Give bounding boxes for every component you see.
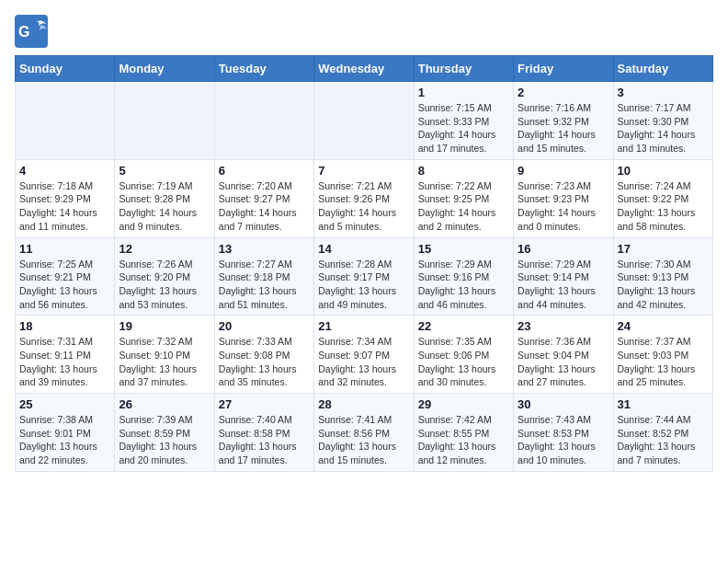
calendar-cell — [314, 82, 414, 160]
day-number: 12 — [119, 242, 210, 256]
day-number: 30 — [518, 397, 609, 411]
day-info: Sunrise: 7:15 AM Sunset: 9:33 PM Dayligh… — [418, 101, 509, 155]
calendar-cell: 25Sunrise: 7:38 AM Sunset: 9:01 PM Dayli… — [16, 394, 115, 472]
calendar-cell: 11Sunrise: 7:25 AM Sunset: 9:21 PM Dayli… — [16, 237, 115, 316]
calendar-cell: 24Sunrise: 7:37 AM Sunset: 9:03 PM Dayli… — [613, 316, 712, 394]
day-number: 15 — [418, 242, 509, 256]
day-info: Sunrise: 7:23 AM Sunset: 9:23 PM Dayligh… — [518, 179, 609, 234]
calendar-cell: 3Sunrise: 7:17 AM Sunset: 9:30 PM Daylig… — [613, 82, 712, 160]
day-info: Sunrise: 7:27 AM Sunset: 9:18 PM Dayligh… — [219, 258, 310, 312]
day-info: Sunrise: 7:35 AM Sunset: 9:06 PM Dayligh… — [418, 335, 509, 389]
day-info: Sunrise: 7:26 AM Sunset: 9:20 PM Dayligh… — [119, 258, 210, 312]
calendar-cell: 29Sunrise: 7:42 AM Sunset: 8:55 PM Dayli… — [414, 394, 513, 472]
day-info: Sunrise: 7:39 AM Sunset: 8:59 PM Dayligh… — [119, 413, 210, 467]
calendar-cell: 20Sunrise: 7:33 AM Sunset: 9:08 PM Dayli… — [214, 316, 313, 394]
day-number: 8 — [418, 164, 509, 178]
day-info: Sunrise: 7:20 AM Sunset: 9:27 PM Dayligh… — [219, 179, 310, 234]
day-number: 31 — [618, 397, 709, 411]
day-info: Sunrise: 7:30 AM Sunset: 9:13 PM Dayligh… — [618, 258, 709, 312]
header-tuesday: Tuesday — [214, 56, 313, 82]
calendar-cell: 5Sunrise: 7:19 AM Sunset: 9:28 PM Daylig… — [115, 159, 214, 237]
day-number: 11 — [19, 242, 110, 256]
day-number: 2 — [518, 86, 609, 99]
calendar-cell: 13Sunrise: 7:27 AM Sunset: 9:18 PM Dayli… — [214, 237, 313, 316]
calendar-week-row: 4Sunrise: 7:18 AM Sunset: 9:29 PM Daylig… — [16, 159, 713, 237]
page-header: G — [15, 15, 713, 48]
calendar-cell: 7Sunrise: 7:21 AM Sunset: 9:26 PM Daylig… — [314, 159, 414, 237]
day-number: 26 — [119, 397, 210, 411]
day-number: 17 — [618, 242, 709, 256]
day-info: Sunrise: 7:33 AM Sunset: 9:08 PM Dayligh… — [219, 335, 310, 389]
calendar-cell: 16Sunrise: 7:29 AM Sunset: 9:14 PM Dayli… — [514, 237, 613, 316]
day-number: 23 — [518, 319, 609, 333]
header-sunday: Sunday — [16, 56, 115, 82]
day-info: Sunrise: 7:41 AM Sunset: 8:56 PM Dayligh… — [318, 413, 409, 467]
calendar-header-row: SundayMondayTuesdayWednesdayThursdayFrid… — [16, 56, 713, 82]
calendar-cell: 31Sunrise: 7:44 AM Sunset: 8:52 PM Dayli… — [613, 394, 712, 472]
day-info: Sunrise: 7:42 AM Sunset: 8:55 PM Dayligh… — [418, 413, 509, 467]
day-info: Sunrise: 7:17 AM Sunset: 9:30 PM Dayligh… — [618, 101, 709, 155]
day-info: Sunrise: 7:21 AM Sunset: 9:26 PM Dayligh… — [318, 179, 409, 234]
calendar-cell: 21Sunrise: 7:34 AM Sunset: 9:07 PM Dayli… — [314, 316, 414, 394]
calendar-week-row: 1Sunrise: 7:15 AM Sunset: 9:33 PM Daylig… — [16, 82, 713, 160]
day-info: Sunrise: 7:43 AM Sunset: 8:53 PM Dayligh… — [518, 413, 609, 467]
calendar-cell: 22Sunrise: 7:35 AM Sunset: 9:06 PM Dayli… — [414, 316, 513, 394]
calendar-cell: 15Sunrise: 7:29 AM Sunset: 9:16 PM Dayli… — [414, 237, 513, 316]
day-info: Sunrise: 7:28 AM Sunset: 9:17 PM Dayligh… — [318, 258, 409, 312]
header-wednesday: Wednesday — [314, 56, 414, 82]
day-number: 22 — [418, 319, 509, 333]
header-saturday: Saturday — [613, 56, 712, 82]
day-number: 3 — [618, 86, 709, 99]
day-info: Sunrise: 7:22 AM Sunset: 9:25 PM Dayligh… — [418, 179, 509, 234]
day-number: 7 — [318, 164, 409, 178]
calendar-cell: 27Sunrise: 7:40 AM Sunset: 8:58 PM Dayli… — [214, 394, 313, 472]
calendar-cell: 8Sunrise: 7:22 AM Sunset: 9:25 PM Daylig… — [414, 159, 513, 237]
day-number: 24 — [618, 319, 709, 333]
calendar-cell: 6Sunrise: 7:20 AM Sunset: 9:27 PM Daylig… — [214, 159, 313, 237]
day-number: 25 — [19, 397, 110, 411]
calendar-cell: 12Sunrise: 7:26 AM Sunset: 9:20 PM Dayli… — [115, 237, 214, 316]
day-number: 4 — [19, 164, 110, 178]
calendar-cell — [16, 82, 115, 160]
calendar-cell: 4Sunrise: 7:18 AM Sunset: 9:29 PM Daylig… — [16, 159, 115, 237]
calendar-cell: 18Sunrise: 7:31 AM Sunset: 9:11 PM Dayli… — [16, 316, 115, 394]
day-number: 27 — [219, 397, 310, 411]
day-number: 21 — [318, 319, 409, 333]
calendar-table: SundayMondayTuesdayWednesdayThursdayFrid… — [15, 55, 713, 472]
calendar-cell: 10Sunrise: 7:24 AM Sunset: 9:22 PM Dayli… — [613, 159, 712, 237]
calendar-week-row: 18Sunrise: 7:31 AM Sunset: 9:11 PM Dayli… — [16, 316, 713, 394]
day-info: Sunrise: 7:44 AM Sunset: 8:52 PM Dayligh… — [618, 413, 709, 467]
day-number: 20 — [219, 319, 310, 333]
day-info: Sunrise: 7:16 AM Sunset: 9:32 PM Dayligh… — [518, 101, 609, 155]
day-info: Sunrise: 7:18 AM Sunset: 9:29 PM Dayligh… — [19, 179, 110, 234]
calendar-week-row: 25Sunrise: 7:38 AM Sunset: 9:01 PM Dayli… — [16, 394, 713, 472]
day-number: 10 — [618, 164, 709, 178]
calendar-cell: 28Sunrise: 7:41 AM Sunset: 8:56 PM Dayli… — [314, 394, 414, 472]
day-info: Sunrise: 7:29 AM Sunset: 9:16 PM Dayligh… — [418, 258, 509, 312]
day-info: Sunrise: 7:19 AM Sunset: 9:28 PM Dayligh… — [119, 179, 210, 234]
day-number: 16 — [518, 242, 609, 256]
calendar-cell: 17Sunrise: 7:30 AM Sunset: 9:13 PM Dayli… — [613, 237, 712, 316]
day-number: 6 — [219, 164, 310, 178]
day-number: 14 — [318, 242, 409, 256]
calendar-cell: 9Sunrise: 7:23 AM Sunset: 9:23 PM Daylig… — [514, 159, 613, 237]
day-info: Sunrise: 7:36 AM Sunset: 9:04 PM Dayligh… — [518, 335, 609, 389]
day-info: Sunrise: 7:32 AM Sunset: 9:10 PM Dayligh… — [119, 335, 210, 389]
day-info: Sunrise: 7:29 AM Sunset: 9:14 PM Dayligh… — [518, 258, 609, 312]
day-number: 29 — [418, 397, 509, 411]
day-number: 28 — [318, 397, 409, 411]
day-number: 19 — [119, 319, 210, 333]
calendar-cell: 14Sunrise: 7:28 AM Sunset: 9:17 PM Dayli… — [314, 237, 414, 316]
calendar-cell: 26Sunrise: 7:39 AM Sunset: 8:59 PM Dayli… — [115, 394, 214, 472]
day-info: Sunrise: 7:38 AM Sunset: 9:01 PM Dayligh… — [19, 413, 110, 467]
calendar-cell — [115, 82, 214, 160]
calendar-cell: 19Sunrise: 7:32 AM Sunset: 9:10 PM Dayli… — [115, 316, 214, 394]
day-info: Sunrise: 7:24 AM Sunset: 9:22 PM Dayligh… — [618, 179, 709, 234]
logo: G — [15, 15, 51, 48]
day-number: 18 — [19, 319, 110, 333]
day-info: Sunrise: 7:34 AM Sunset: 9:07 PM Dayligh… — [318, 335, 409, 389]
day-number: 1 — [418, 86, 509, 99]
day-number: 9 — [518, 164, 609, 178]
day-number: 13 — [219, 242, 310, 256]
header-friday: Friday — [514, 56, 613, 82]
